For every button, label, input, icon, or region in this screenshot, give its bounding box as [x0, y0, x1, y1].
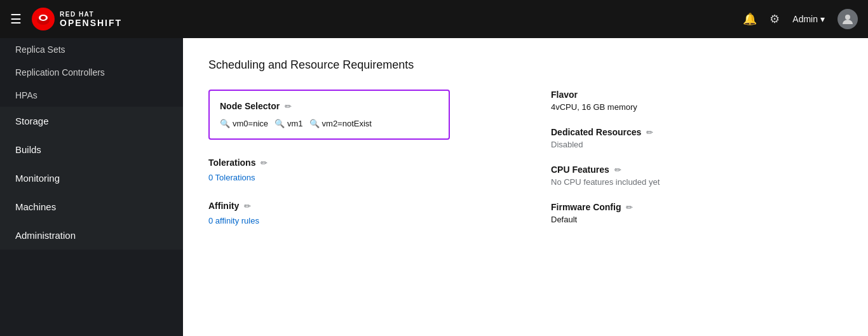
content-grid: Node Selector ✏ 🔍 vm0=nice 🔍 vm1	[208, 90, 843, 226]
sidebar-item-monitoring[interactable]: Monitoring	[0, 164, 183, 192]
affinity-title: Affinity	[208, 201, 239, 211]
cpu-features-edit-icon[interactable]: ✏	[614, 165, 621, 175]
notification-icon[interactable]: 🔔	[743, 12, 757, 26]
tolerations-section: Tolerations ✏ 0 Tolerations	[208, 158, 500, 183]
tolerations-edit-icon[interactable]: ✏	[261, 158, 268, 168]
redhat-logo-icon	[32, 8, 55, 30]
svg-point-3	[41, 16, 46, 20]
settings-icon[interactable]: ⚙	[770, 12, 780, 26]
sidebar-item-machines[interactable]: Machines	[0, 192, 183, 221]
affinity-link[interactable]: 0 affinity rules	[208, 216, 259, 225]
node-selector-tags: 🔍 vm0=nice 🔍 vm1 🔍 vm2=notExist	[220, 119, 438, 128]
avatar[interactable]	[837, 9, 858, 29]
tolerations-link[interactable]: 0 Tolerations	[208, 173, 255, 182]
node-tag-1: 🔍 vm1	[275, 119, 303, 128]
cpu-features-title: CPU Features	[551, 165, 609, 175]
right-column: Flavor 4vCPU, 16 GB memory Dedicated Res…	[551, 90, 843, 226]
hamburger-icon[interactable]: ☰	[10, 11, 22, 27]
flavor-header: Flavor	[551, 90, 843, 100]
node-selector-header: Node Selector ✏	[220, 101, 438, 111]
sidebar: Replica Sets Replication Controllers HPA…	[0, 38, 183, 336]
logo-text: RED HAT OPENSHIFT	[60, 11, 122, 28]
admin-chevron-icon: ▾	[820, 14, 825, 24]
avatar-icon	[841, 13, 854, 25]
left-column: Node Selector ✏ 🔍 vm0=nice 🔍 vm1	[208, 90, 500, 226]
cpu-features-header: CPU Features ✏	[551, 165, 843, 175]
flavor-value: 4vCPU, 16 GB memory	[551, 102, 843, 112]
firmware-config-value: Default	[551, 215, 843, 224]
sidebar-item-storage[interactable]: Storage	[0, 107, 183, 135]
node-tag-2: 🔍 vm2=notExist	[309, 119, 372, 128]
tolerations-header: Tolerations ✏	[208, 158, 500, 168]
svg-point-4	[845, 15, 850, 20]
flavor-title: Flavor	[551, 90, 578, 100]
cpu-features-value: No CPU features included yet	[551, 177, 843, 187]
dedicated-resources-header: Dedicated Resources ✏	[551, 127, 843, 137]
affinity-section: Affinity ✏ 0 affinity rules	[208, 201, 500, 226]
page-title: Scheduling and Resource Requirements	[208, 58, 843, 72]
node-selector-box: Node Selector ✏ 🔍 vm0=nice 🔍 vm1	[208, 90, 450, 140]
firmware-config-title: Firmware Config	[551, 202, 621, 212]
search-icon-1: 🔍	[275, 119, 285, 128]
logo: RED HAT OPENSHIFT	[32, 8, 122, 30]
search-icon-2: 🔍	[309, 119, 320, 128]
tolerations-title: Tolerations	[208, 158, 255, 168]
admin-label: Admin	[792, 14, 818, 24]
affinity-header: Affinity ✏	[208, 201, 500, 211]
admin-menu-button[interactable]: Admin ▾	[792, 14, 825, 24]
affinity-edit-icon[interactable]: ✏	[244, 201, 251, 211]
flavor-field: Flavor 4vCPU, 16 GB memory	[551, 90, 843, 112]
cpu-features-field: CPU Features ✏ No CPU features included …	[551, 165, 843, 187]
node-tag-0: 🔍 vm0=nice	[220, 119, 268, 128]
topbar: ☰ RED HAT OPENSHIFT 🔔 ⚙ Admin ▾	[0, 0, 868, 38]
sidebar-item-builds[interactable]: Builds	[0, 135, 183, 164]
main-content: Scheduling and Resource Requirements Nod…	[183, 38, 868, 336]
sidebar-item-replication-controllers[interactable]: Replication Controllers	[0, 61, 183, 84]
node-selector-edit-icon[interactable]: ✏	[285, 102, 292, 111]
firmware-config-header: Firmware Config ✏	[551, 202, 843, 212]
topbar-right: 🔔 ⚙ Admin ▾	[743, 9, 858, 29]
firmware-config-field: Firmware Config ✏ Default	[551, 202, 843, 224]
dedicated-resources-edit-icon[interactable]: ✏	[646, 128, 653, 137]
dedicated-resources-value: Disabled	[551, 140, 843, 149]
sidebar-item-replica-sets[interactable]: Replica Sets	[0, 38, 183, 61]
dedicated-resources-field: Dedicated Resources ✏ Disabled	[551, 127, 843, 149]
node-selector-title: Node Selector	[220, 101, 280, 111]
firmware-config-edit-icon[interactable]: ✏	[626, 203, 633, 212]
dedicated-resources-title: Dedicated Resources	[551, 127, 641, 137]
sidebar-item-hpas[interactable]: HPAs	[0, 84, 183, 107]
sidebar-item-administration[interactable]: Administration	[0, 221, 183, 250]
topbar-left: ☰ RED HAT OPENSHIFT	[10, 8, 122, 30]
search-icon-0: 🔍	[220, 119, 230, 128]
layout: Replica Sets Replication Controllers HPA…	[0, 38, 868, 336]
